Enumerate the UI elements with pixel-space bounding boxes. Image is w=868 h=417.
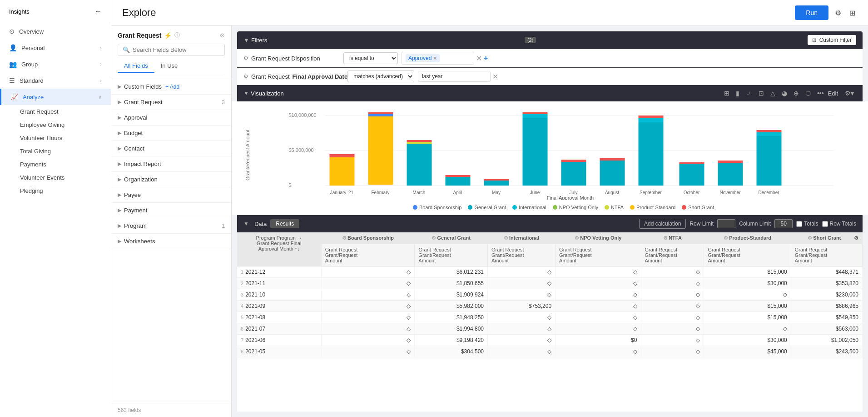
col-header-ntfa: ⚙NTFA <box>641 232 704 244</box>
legend-general-grant: General Grant <box>468 205 506 210</box>
gear-icon: ⚙ <box>504 235 508 241</box>
sidebar-item-label: Group <box>21 61 38 68</box>
fields-footer: 563 fields <box>111 403 231 417</box>
sidebar-back-button[interactable]: ← <box>94 7 102 15</box>
tab-in-use[interactable]: In Use <box>154 60 184 73</box>
svg-text:May: May <box>492 190 501 195</box>
field-group-payee: ▶ Payee <box>111 187 231 203</box>
bar-dec-intl <box>757 132 782 136</box>
filter-clear-button[interactable]: ✕ <box>492 72 498 81</box>
filter-operator-select[interactable]: matches (advanced) <box>347 70 414 82</box>
chevron-right-icon: › <box>100 78 102 83</box>
run-button[interactable]: Run <box>795 5 828 20</box>
sidebar-nav: ⊙ Overview 👤 Personal › 👥 Group › ☰ Stan… <box>0 23 111 197</box>
field-group-header[interactable]: ▶ Program 1 <box>111 218 231 233</box>
sidebar-sub-pledging[interactable]: Pledging <box>0 184 111 197</box>
sidebar-title: Insights <box>9 8 30 15</box>
totals-checkbox-label[interactable]: Totals <box>796 221 818 227</box>
explore-actions: Run ⚙ ⊞ <box>795 5 857 20</box>
row-totals-checkbox[interactable] <box>822 221 828 227</box>
cell-date: 12021-12 <box>237 266 321 278</box>
cell-date: 32021-10 <box>237 289 321 301</box>
more-icon-button[interactable]: ••• <box>815 88 826 98</box>
cell-product: ◇ <box>704 289 791 301</box>
bar-jun-general <box>523 118 548 186</box>
map-icon-button[interactable]: ⊕ <box>791 88 801 98</box>
bar-jan-short <box>330 154 355 157</box>
field-group-header[interactable]: ▶ Organization <box>111 172 231 187</box>
data-title[interactable]: Data <box>254 221 267 227</box>
pie-chart-icon-button[interactable]: ◕ <box>779 88 789 98</box>
bar-chart-icon-button[interactable]: ▮ <box>734 88 742 98</box>
table-row: 22021-11 ◇ $1,850,655 ◇ ◇ ◇ $30,000 $353… <box>237 278 863 289</box>
sidebar-sub-employee-giving[interactable]: Employee Giving <box>0 118 111 131</box>
bar-nov-short <box>718 161 743 163</box>
field-group-header[interactable]: ▶ Budget <box>111 126 231 141</box>
group-label: Worksheets <box>124 238 155 245</box>
sidebar-sub-volunteer-hours[interactable]: Volunteer Hours <box>0 131 111 145</box>
sidebar-sub-volunteer-events[interactable]: Volunteer Events <box>0 171 111 184</box>
cell-board: ◇ <box>321 266 415 278</box>
totals-checkbox[interactable] <box>796 221 802 227</box>
chevron-right-icon: › <box>100 45 102 50</box>
viz-title: Visualization <box>251 90 722 97</box>
field-group-header[interactable]: ▶ Impact Report <box>111 156 231 171</box>
line-chart-icon-button[interactable]: ⟋ <box>744 88 754 98</box>
field-group-header[interactable]: ▶ Grant Request 3 <box>111 95 231 110</box>
viz-settings-button[interactable]: ⚙▾ <box>843 88 856 98</box>
filters-header[interactable]: ▼ Filters (2) ☑ Custom Filter <box>237 31 863 49</box>
filter-row-final-approval: ⚙ Grant Request Final Approval Date matc… <box>237 67 863 85</box>
field-group-header[interactable]: ▶ Approval <box>111 110 231 125</box>
filter-collapse-icon: ▼ <box>243 37 249 44</box>
settings-icon[interactable]: ⚙ <box>833 7 843 19</box>
sidebar-item-personal[interactable]: 👤 Personal › <box>0 40 111 56</box>
col-settings-icon[interactable]: ⚙ <box>854 235 858 241</box>
sidebar-item-standard[interactable]: ☰ Standard › <box>0 72 111 89</box>
funnel-icon-button[interactable]: ⬡ <box>803 88 813 98</box>
filter-row-disposition: ⚙ Grant Request Disposition is equal to … <box>237 49 863 67</box>
field-group-header[interactable]: ▶ Custom Fields + Add <box>111 79 231 94</box>
field-group-header[interactable]: ▶ Worksheets <box>111 234 231 249</box>
col-header-program: Program Program →Grant Request FinalAppr… <box>237 232 321 266</box>
cell-short: $549,850 <box>791 312 862 323</box>
sidebar-sub-payments[interactable]: Payments <box>0 158 111 171</box>
filter-tag-remove[interactable]: ✕ <box>433 55 437 61</box>
edit-button[interactable]: Edit <box>828 90 838 97</box>
fields-close-icon[interactable]: ⊗ <box>220 32 225 39</box>
tab-all-fields[interactable]: All Fields <box>118 60 154 73</box>
sidebar-item-overview[interactable]: ⊙ Overview <box>0 23 111 40</box>
search-input[interactable] <box>133 46 220 53</box>
bar-mar-short <box>407 140 432 142</box>
svg-text:October: October <box>684 190 700 195</box>
area-chart-icon-button[interactable]: △ <box>768 88 778 98</box>
cell-general: $9,198,420 <box>415 335 488 346</box>
chevron-right-icon: › <box>100 61 102 67</box>
col-header-npo-vetting: ⚙NPO Vetting Only <box>556 232 641 244</box>
row-limit-input[interactable] <box>717 219 735 228</box>
sidebar-sub-total-giving[interactable]: Total Giving <box>0 145 111 158</box>
filter-clear-button[interactable]: ✕ <box>476 54 482 63</box>
add-calculation-button[interactable]: Add calculation <box>639 219 686 229</box>
filter-operator-select[interactable]: is equal to <box>343 52 398 64</box>
add-custom-field-link[interactable]: + Add <box>165 84 179 90</box>
custom-filter-button[interactable]: ☑ Custom Filter <box>808 35 856 45</box>
scatter-icon-button[interactable]: ⊡ <box>756 88 766 98</box>
explore-header: Explore Run ⚙ ⊞ <box>111 0 868 26</box>
sidebar-sub-grant-request[interactable]: Grant Request <box>0 105 111 118</box>
field-group-header[interactable]: ▶ Payment <box>111 203 231 218</box>
row-totals-checkbox-label[interactable]: Row Totals <box>822 221 856 227</box>
field-group-custom-fields: ▶ Custom Fields + Add <box>111 79 231 95</box>
grid-icon[interactable]: ⊞ <box>848 7 857 19</box>
sidebar-item-analyze[interactable]: 📈 Analyze ∨ <box>0 89 111 105</box>
filter-add-button[interactable]: + <box>484 54 488 62</box>
data-controls: Add calculation Row Limit Column Limit T… <box>639 219 856 229</box>
table-icon-button[interactable]: ⊞ <box>722 88 732 98</box>
field-count: 563 fields <box>118 407 141 413</box>
tab-results[interactable]: Results <box>270 219 299 228</box>
content-area: Grant Request ⚡ ⓘ ⊗ 🔍 All Fields In Use <box>111 26 868 417</box>
field-group-header[interactable]: ▶ Contact <box>111 141 231 156</box>
field-group-header[interactable]: ▶ Payee <box>111 187 231 202</box>
cell-ntfa: ◇ <box>641 312 704 323</box>
col-limit-input[interactable] <box>774 219 793 228</box>
sidebar-item-group[interactable]: 👥 Group › <box>0 56 111 72</box>
